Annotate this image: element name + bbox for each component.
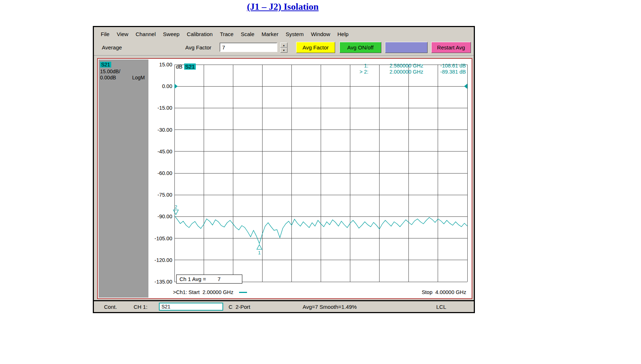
y-axis: 15.00 0.00 -15.00 -30.00 -45.00 -60.00 -… [149,60,173,287]
svg-text:2: 2 [174,204,177,210]
trace-amplitude-label: dB S21 [176,63,196,70]
y-axis-label: -90.00 [157,213,172,220]
trace-plot-svg: 1 2 [174,65,467,282]
menu-item-help[interactable]: Help [334,30,352,38]
avg-count-label: Ch 1 Avg = [179,276,206,282]
ref-level-left-icon [174,84,178,89]
menu-item-trace[interactable]: Trace [217,30,237,38]
y-axis-label: -120.00 [155,257,172,263]
status-cal-label: C 2-Port [229,304,250,310]
marker-2-id: > 2: [351,69,368,75]
menu-item-calibration[interactable]: Calibration [183,30,216,38]
spinner-down-button[interactable]: ▼ [280,48,287,53]
status-channel-label: CH 1: [134,304,147,310]
menu-item-scale[interactable]: Scale [238,30,258,38]
y-axis-label: -15.00 [157,105,172,111]
menubar: File View Channel Sweep Calibration Trac… [94,27,474,41]
y-axis-label: -60.00 [157,170,172,176]
marker-1-value: -108.61 dB [423,63,466,69]
y-axis-label: -75.00 [157,192,172,198]
y-axis-label: -105.00 [155,235,172,242]
restart-avg-button[interactable]: Restart Avg [431,42,471,53]
marker-2-value: -89.381 dB [423,69,466,75]
trace-scale-label: 15.00dB/ [100,69,148,74]
menu-item-file[interactable]: File [98,30,113,38]
avg-factor-spinner: ▲ ▼ [280,43,287,53]
y-axis-label: -45.00 [157,148,172,155]
trace-info-panel: S21 15.00dB/ 0.00dB LogM [99,60,148,298]
stop-freq-label: Stop 4.00000 GHz [422,289,466,295]
status-bar: Cont. CH 1: S21 C 2-Port Avg=7 Smooth=1.… [94,300,474,312]
avg-onoff-button[interactable]: Avg ON/off [339,42,381,53]
avg-factor-button[interactable]: Avg Factor [296,42,335,53]
plot-area: 15.00 0.00 -15.00 -30.00 -45.00 -60.00 -… [149,60,471,287]
status-cont-label: Cont. [104,304,117,310]
trace-name-chip: S21 [100,62,111,67]
menu-item-marker[interactable]: Marker [258,30,282,38]
menu-item-sweep[interactable]: Sweep [160,30,183,38]
toolbar: Average Avg Factor ▲ ▼ Avg Factor Avg ON… [94,41,474,55]
menu-item-system[interactable]: System [282,30,307,38]
db-prefix: dB [176,63,182,70]
display-area: S21 15.00dB/ 0.00dB LogM 15.00 0.00 -15.… [94,55,474,300]
trace-label-chip: S21 [184,63,196,70]
start-freq-label: >Ch1: Start 2.00000 GHz [173,289,233,295]
trace-ref-label: 0.00dB [100,75,116,80]
marker-1-freq: 2.580000 GHz [368,63,423,69]
grid [174,65,467,282]
page-title: (J1 – J2) Isolation [93,1,473,12]
status-lcl-label: LCL [436,304,446,310]
ref-level-right-icon [464,84,467,89]
blank-button[interactable] [385,42,428,53]
menu-item-channel[interactable]: Channel [132,30,159,38]
vna-window: File View Channel Sweep Calibration Trac… [93,26,475,313]
avg-count-value: 7 [218,276,221,282]
sweep-range-strip: >Ch1: Start 2.00000 GHz Stop 4.00000 GHz [149,287,471,298]
avg-factor-input[interactable] [220,43,277,52]
avg-count-box: Ch 1 Avg =7 [176,275,242,284]
marker-readout: 1: 2.580000 GHz -108.61 dB > 2: 2.000000… [351,63,466,75]
average-mode-label: Average [102,44,122,51]
avg-factor-label: Avg Factor [185,44,211,51]
spinner-up-icon: ▲ [283,44,285,47]
svg-text:1: 1 [258,250,261,255]
y-axis-label: 0.00 [162,83,172,89]
y-axis-label: 15.00 [159,61,172,68]
menu-item-window[interactable]: Window [308,30,333,38]
status-avg-label: Avg=7 Smooth=1.49% [303,304,357,310]
marker-2-symbol: 2 [173,204,178,215]
spinner-down-icon: ▼ [283,49,285,52]
marker-2-freq: 2.000000 GHz [368,69,423,75]
marker-1-symbol: 1 [257,245,262,255]
status-trace-input[interactable]: S21 [159,303,223,311]
y-axis-label: -135.00 [155,279,172,285]
channel-display: S21 15.00dB/ 0.00dB LogM 15.00 0.00 -15.… [97,58,472,299]
spinner-up-button[interactable]: ▲ [280,43,287,48]
trace-color-dash-icon [239,292,247,293]
y-axis-label: -30.00 [157,127,172,133]
trace-format-label: LogM [132,75,145,80]
marker-1-id: 1: [351,63,368,69]
menu-item-view[interactable]: View [113,30,131,38]
